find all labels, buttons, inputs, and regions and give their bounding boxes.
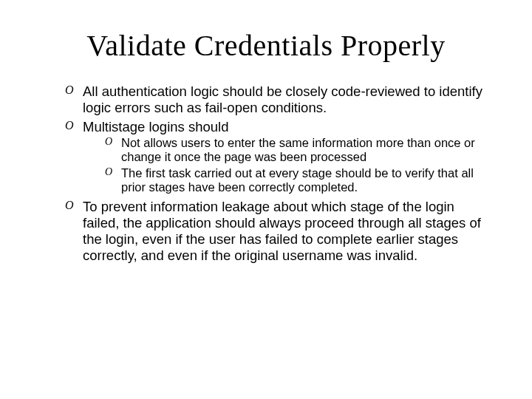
sub-bullet-item: Not allows users to enter the same infor… (105, 136, 488, 164)
sub-bullet-text: The first task carried out at every stag… (121, 166, 474, 194)
bullet-list: All authentication logic should be close… (44, 83, 488, 264)
bullet-text: To prevent information leakage about whi… (83, 199, 481, 262)
bullet-item: All authentication logic should be close… (65, 83, 488, 116)
slide-title: Validate Credentials Properly (44, 28, 488, 63)
sub-bullet-text: Not allows users to enter the same infor… (121, 136, 475, 163)
bullet-item: Multistage logins should Not allows user… (65, 119, 488, 195)
slide: Validate Credentials Properly All authen… (0, 0, 532, 399)
bullet-item: To prevent information leakage about whi… (65, 199, 488, 263)
bullet-text: Multistage logins should (83, 119, 228, 134)
sub-bullet-list: Not allows users to enter the same infor… (83, 136, 488, 194)
sub-bullet-item: The first task carried out at every stag… (105, 166, 488, 194)
bullet-text: All authentication logic should be close… (83, 83, 482, 115)
